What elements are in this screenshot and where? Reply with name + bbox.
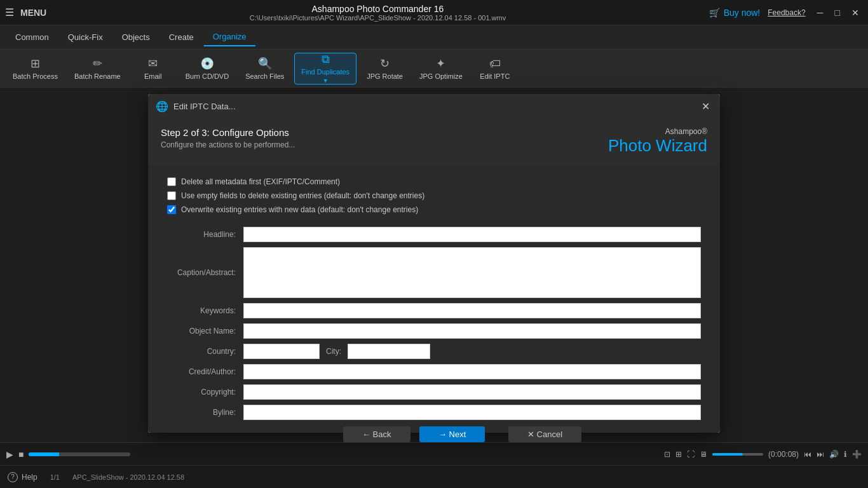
fit-icon[interactable]: ⊡	[664, 450, 670, 459]
dialog-close-button[interactable]: ✕	[698, 99, 712, 113]
jpg-rotate-button[interactable]: ↻ JPG Rotate	[360, 53, 409, 85]
fullscreen-icon[interactable]: ⛶	[687, 450, 695, 459]
keywords-row: Keywords:	[167, 303, 701, 318]
next-frame-icon[interactable]: ⏭	[817, 450, 824, 459]
copyright-row: Copyright:	[167, 384, 701, 400]
city-input[interactable]	[348, 344, 430, 359]
close-button[interactable]: ✕	[848, 6, 863, 19]
main-area: 🌐 Edit IPTC Data... ✕ Step 2 of 3: Confi…	[0, 88, 868, 442]
file-path: C:\Users\txiki\Pictures\APC Wizard\APC_S…	[46, 14, 709, 22]
dialog: 🌐 Edit IPTC Data... ✕ Step 2 of 3: Confi…	[148, 94, 720, 433]
email-label: Email	[144, 72, 162, 80]
dialog-header: Step 2 of 3: Configure Options Configure…	[148, 118, 720, 165]
playback-area: ← Back → Next ✕ Cancel ▶ ■ ⊡ ⊞ ⛶ 🖥 (0:00…	[0, 442, 868, 465]
jpg-optimize-label: JPG Optimize	[419, 72, 463, 80]
edit-iptc-button[interactable]: 🏷 Edit IPTC	[473, 53, 517, 85]
batch-process-label: Batch Process	[13, 72, 58, 80]
cancel-button[interactable]: ✕ Cancel	[508, 426, 581, 442]
byline-label: Byline:	[167, 408, 243, 417]
email-button[interactable]: ✉ Email	[131, 53, 175, 85]
object-name-row: Object Name:	[167, 323, 701, 339]
tab-quickfix[interactable]: Quick-Fix	[59, 29, 112, 46]
object-name-label: Object Name:	[167, 327, 243, 336]
headline-row: Headline:	[167, 227, 701, 242]
use-empty-checkbox[interactable]	[167, 191, 176, 200]
overwrite-label: Overwrite existing entries with new data…	[181, 205, 418, 214]
keywords-input[interactable]	[243, 303, 701, 318]
jpg-rotate-icon: ↻	[380, 57, 390, 71]
volume-icon[interactable]: 🔊	[829, 450, 839, 459]
nav-tabs: Common Quick-Fix Objects Create Organize	[0, 25, 868, 50]
dialog-title: Edit IPTC Data...	[173, 102, 236, 111]
add-icon[interactable]: ➕	[852, 450, 862, 459]
menu-label[interactable]: MENU	[20, 8, 46, 18]
batch-process-button[interactable]: ⊞ Batch Process	[6, 53, 64, 85]
jpg-optimize-button[interactable]: ✦ JPG Optimize	[413, 53, 469, 85]
titlebar-center: Ashampoo Photo Commander 16 C:\Users\txi…	[46, 4, 709, 22]
use-empty-label: Use empty fields to delete existing entr…	[181, 191, 424, 200]
caption-label: Caption/Abstract:	[167, 268, 243, 277]
jpg-optimize-icon: ✦	[436, 57, 445, 71]
tab-objects[interactable]: Objects	[113, 29, 159, 46]
country-input[interactable]	[243, 344, 320, 359]
search-files-label: Search Files	[245, 72, 284, 80]
toolbar: ⊞ Batch Process ✏ Batch Rename ✉ Email 💿…	[0, 50, 868, 88]
checkbox-row-overwrite: Overwrite existing entries with new data…	[167, 205, 701, 214]
menu-icon[interactable]: ☰	[5, 6, 14, 18]
tab-organize[interactable]: Organize	[204, 28, 255, 46]
tab-common[interactable]: Common	[6, 29, 58, 46]
app-title: Ashampoo Photo Commander 16	[46, 4, 709, 14]
dialog-titlebar: 🌐 Edit IPTC Data... ✕	[148, 94, 720, 118]
find-dup-dropdown-icon[interactable]: ▼	[323, 78, 329, 84]
next-button[interactable]: → Next	[419, 426, 485, 442]
stop-icon[interactable]: ■	[18, 449, 24, 459]
batch-process-icon: ⊞	[31, 57, 40, 71]
burn-cd-icon: 💿	[200, 57, 214, 71]
burn-cd-button[interactable]: 💿 Burn CD/DVD	[179, 53, 235, 85]
dialog-body: Delete all metadata first (EXIF/IPTC/Com…	[148, 165, 720, 433]
titlebar-left: ☰ MENU	[5, 6, 46, 18]
email-icon: ✉	[148, 57, 158, 71]
object-name-input[interactable]	[243, 323, 701, 339]
help-button[interactable]: ? Help	[8, 472, 37, 482]
batch-rename-button[interactable]: ✏ Batch Rename	[68, 53, 127, 85]
keywords-label: Keywords:	[167, 306, 243, 315]
zoom-slider[interactable]	[712, 453, 763, 456]
back-button[interactable]: ← Back	[343, 426, 410, 442]
copyright-label: Copyright:	[167, 388, 243, 396]
batch-rename-label: Batch Rename	[74, 72, 121, 80]
minimize-button[interactable]: ─	[813, 6, 827, 19]
byline-input[interactable]	[243, 405, 701, 420]
search-files-button[interactable]: 🔍 Search Files	[239, 53, 290, 85]
info-icon[interactable]: ℹ	[844, 450, 847, 459]
screen-icon[interactable]: 🖥	[700, 450, 707, 459]
feedback-link[interactable]: Feedback?	[768, 8, 805, 17]
find-duplicates-label: Find Duplicates	[301, 68, 349, 76]
find-duplicates-button[interactable]: ⧉ Find Duplicates ▼	[294, 53, 356, 85]
headline-label: Headline:	[167, 230, 243, 239]
tab-create[interactable]: Create	[160, 29, 203, 46]
credit-label: Credit/Author:	[167, 367, 243, 376]
window-controls: ─ □ ✕	[813, 6, 863, 19]
overwrite-checkbox[interactable]	[167, 205, 176, 214]
zoom-icon[interactable]: ⊞	[675, 450, 682, 459]
caption-textarea[interactable]	[243, 247, 701, 298]
buy-now-button[interactable]: 🛒 Buy now!	[709, 8, 761, 18]
play-icon[interactable]: ▶	[6, 449, 13, 459]
prev-frame-icon[interactable]: ⏮	[804, 450, 811, 459]
copyright-input[interactable]	[243, 384, 701, 400]
city-label: City:	[320, 347, 348, 356]
form-section: Headline: Caption/Abstract: Keywords: Ob…	[167, 227, 701, 420]
cart-icon: 🛒	[709, 8, 720, 18]
credit-input[interactable]	[243, 364, 701, 379]
titlebar: ☰ MENU Ashampoo Photo Commander 16 C:\Us…	[0, 0, 868, 25]
progress-bar[interactable]	[29, 452, 130, 456]
credit-row: Credit/Author:	[167, 364, 701, 379]
checkbox-row-delete: Delete all metadata first (EXIF/IPTC/Com…	[167, 177, 701, 186]
delete-metadata-checkbox[interactable]	[167, 177, 176, 186]
headline-input[interactable]	[243, 227, 701, 242]
progress-fill	[29, 452, 59, 456]
maximize-button[interactable]: □	[831, 6, 844, 19]
help-label: Help	[22, 473, 37, 482]
country-city-row: Country: City:	[167, 344, 701, 359]
